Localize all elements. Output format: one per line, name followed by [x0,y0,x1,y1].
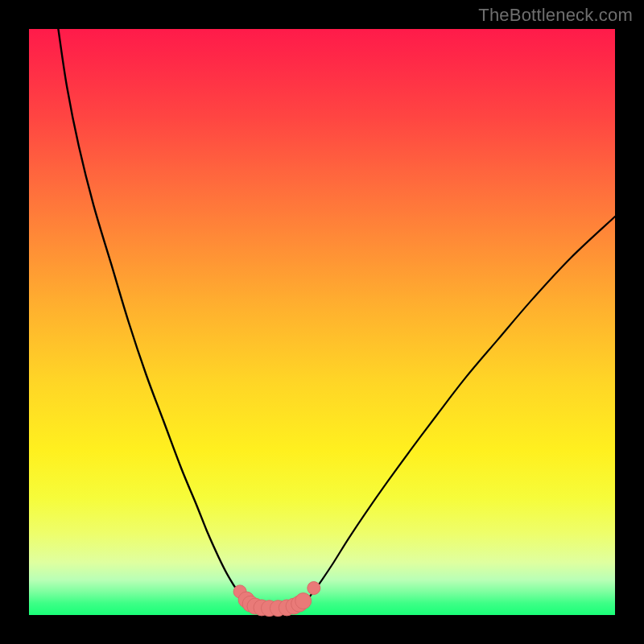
curve-left-branch [58,29,249,603]
chart-svg [29,29,615,615]
trough-marker [295,593,312,609]
plot-area [29,29,615,615]
trough-marker-group [233,582,320,617]
trough-marker [308,582,320,595]
chart-frame: TheBottleneck.com [0,0,644,644]
curve-right-branch [304,217,615,603]
watermark-text: TheBottleneck.com [478,5,633,26]
